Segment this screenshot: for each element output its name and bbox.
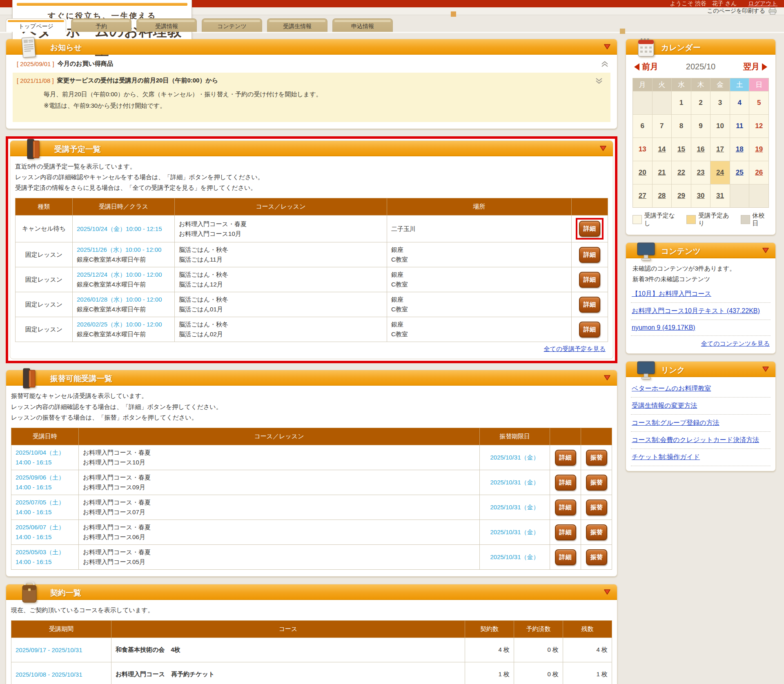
- calendar-day-cell[interactable]: 22: [672, 161, 691, 184]
- detail-button[interactable]: 詳細: [579, 221, 600, 237]
- transfer-button[interactable]: 振替: [586, 549, 607, 565]
- lesson-date-link[interactable]: 2025/10/24（金）10:00 - 12:15: [77, 225, 162, 232]
- next-month-button[interactable]: 翌月: [743, 61, 767, 72]
- calendar-day-cell[interactable]: 28: [653, 184, 672, 207]
- calendar-day-cell[interactable]: 19: [749, 138, 768, 161]
- calendar-day-cell[interactable]: 30: [691, 184, 710, 207]
- calendar-day-cell[interactable]: 27: [633, 184, 652, 207]
- prev-month-button[interactable]: 前月: [634, 61, 658, 72]
- news-item-expanded[interactable]: [ 2021/11/08 ] 変更サービスの受付は受講月の前月20日（午前0:0…: [13, 73, 610, 122]
- lesson-date-link[interactable]: 2025/10/04（土）14:00 - 16:15: [16, 448, 74, 467]
- detail-button[interactable]: 詳細: [579, 272, 600, 288]
- detail-button[interactable]: 詳細: [555, 524, 576, 540]
- transfer-button[interactable]: 振替: [586, 450, 607, 466]
- transfer-button[interactable]: 振替: [586, 475, 607, 491]
- collapse-toggle-icon[interactable]: [603, 589, 611, 595]
- transfer-button[interactable]: 振替: [586, 524, 607, 540]
- tab-contents[interactable]: コンテンツ: [202, 18, 262, 32]
- logout-link[interactable]: ログアウト: [748, 0, 777, 7]
- collapse-toggle-icon[interactable]: [603, 44, 611, 50]
- contract-period-link[interactable]: 2025/09/17 - 2025/10/31: [16, 646, 82, 653]
- lesson-date-link[interactable]: 2025/06/07（土）14:00 - 16:15: [16, 522, 74, 542]
- external-link[interactable]: チケット制:操作ガイド: [632, 453, 700, 460]
- calendar-day-cell[interactable]: 18: [730, 138, 749, 161]
- external-link[interactable]: コース制:グループ登録の方法: [632, 419, 719, 426]
- bag-icon: [18, 581, 40, 604]
- collapse-toggle-icon[interactable]: [762, 366, 770, 373]
- transfer-panel: 振替可能受講一覧 振替可能なキャンセル済受講を表示しています。 レッスン内容の詳…: [6, 370, 617, 577]
- calendar-day-cell[interactable]: 21: [653, 161, 672, 184]
- collapse-toggle-icon[interactable]: [599, 145, 607, 152]
- detail-button[interactable]: 詳細: [579, 322, 600, 338]
- calendar-day-cell[interactable]: 31: [710, 184, 730, 207]
- lesson-date-link[interactable]: 2025/09/06（土）14:00 - 16:15: [16, 473, 74, 492]
- news-panel: お知らせ [ 2025/09/01 ] 今月のお買い得商品 [ 2021/1: [6, 39, 617, 129]
- tab-reservation[interactable]: 予約: [71, 18, 131, 32]
- contracts-panel: 契約一覧 現在、ご契約頂いているコースを表示しています。 受講期間 コース 契約…: [6, 584, 617, 684]
- tab-application-info[interactable]: 申込情報: [332, 18, 393, 32]
- calendar-day-cell: 9: [691, 115, 710, 138]
- see-all-schedule-link[interactable]: 全ての受講予定を見る: [544, 345, 606, 352]
- lesson-date-link[interactable]: 2026/02/25（水）10:00 - 12:00: [77, 321, 162, 328]
- calendar-day-cell[interactable]: 20: [633, 161, 652, 184]
- col-header-reserved: 予約済数: [514, 621, 563, 638]
- news-item-date: [ 2021/11/08 ]: [17, 77, 54, 84]
- tab-course-info[interactable]: 受講情報: [136, 18, 197, 32]
- contract-row: 2025/09/17 - 2025/10/31 和食基本技術の会 4枚 4 枚 …: [11, 638, 612, 662]
- detail-button[interactable]: 詳細: [555, 450, 576, 466]
- see-all-contents-link[interactable]: 全てのコンテンツを見る: [701, 340, 770, 347]
- calendar-day-cell[interactable]: 16: [691, 138, 710, 161]
- schedule-row: キャンセル待ち 2025/10/24（金）10:00 - 12:15 お料理入門…: [16, 215, 608, 242]
- schedule-panel: 受講予定一覧 直近5件の受講予定一覧を表示しています。 レッスン内容の詳細確認や…: [10, 140, 613, 360]
- calendar-day-cell[interactable]: 26: [749, 161, 768, 184]
- detail-button[interactable]: 詳細: [579, 297, 600, 313]
- print-page-link[interactable]: このページを印刷する: [707, 7, 765, 15]
- content-link[interactable]: お料理入門コース10月テキスト (437.22KB): [632, 307, 760, 314]
- calendar-day-cell: 3: [710, 91, 730, 114]
- calendar-day-cell: 5: [749, 91, 768, 114]
- chevron-down-icon[interactable]: [594, 78, 604, 84]
- calendar-day-cell[interactable]: 23: [691, 161, 710, 184]
- detail-button[interactable]: 詳細: [579, 247, 600, 263]
- lesson-course: 脳活ごはん・秋冬脳活ごはん02月: [175, 317, 387, 342]
- tab-top-page[interactable]: トップページ: [6, 18, 66, 32]
- detail-button[interactable]: 詳細: [555, 500, 576, 515]
- lesson-place: 銀座C教室: [387, 317, 572, 342]
- calendar-day-cell[interactable]: 17: [710, 138, 730, 161]
- printer-icon[interactable]: [768, 7, 777, 15]
- external-link-list: ベターホームのお料理教室 受講生情報の変更方法 コース制:グループ登録の方法 コ…: [631, 380, 771, 466]
- transfer-panel-header: 振替可能受講一覧: [6, 370, 617, 386]
- collapse-toggle-icon[interactable]: [603, 375, 611, 381]
- col-header-actions: [572, 198, 608, 215]
- detail-button[interactable]: 詳細: [555, 475, 576, 491]
- schedule-row: 固定レッスン 2026/01/28（水）10:00 - 12:00銀座C教室第4…: [16, 292, 608, 317]
- col-header-course: コース: [111, 621, 465, 638]
- content-link[interactable]: 【10月】お料理入門コース: [632, 290, 711, 297]
- calendar-day-cell[interactable]: 15: [672, 138, 691, 161]
- lesson-date-link[interactable]: 2025/12/24（水）10:00 - 12:00: [77, 271, 162, 278]
- lesson-type: キャンセル待ち: [16, 215, 73, 242]
- links-panel-title: リンク: [661, 365, 685, 375]
- calendar-day-cell[interactable]: 24: [710, 161, 730, 184]
- external-link[interactable]: ベターホームのお料理教室: [632, 385, 711, 392]
- annotation-red-frame: 受講予定一覧 直近5件の受講予定一覧を表示しています。 レッスン内容の詳細確認や…: [6, 136, 617, 364]
- external-link[interactable]: 受講生情報の変更方法: [632, 402, 697, 409]
- collapse-toggle-icon[interactable]: [762, 247, 770, 254]
- lesson-date-link[interactable]: 2025/11/26（水）10:00 - 12:00: [77, 246, 161, 253]
- content-link[interactable]: nyumon 9 (419.17KB): [632, 324, 695, 331]
- calendar-day-cell[interactable]: 29: [672, 184, 691, 207]
- col-header-place: 場所: [387, 198, 572, 215]
- detail-button[interactable]: 詳細: [555, 549, 576, 565]
- lesson-place: 二子玉川: [387, 215, 572, 242]
- transfer-row: 2025/05/03（土）14:00 - 16:15 お料理入門コース・春夏お料…: [11, 545, 612, 570]
- contract-period-link[interactable]: 2025/10/08 - 2025/10/31: [16, 671, 82, 678]
- calendar-day-cell[interactable]: 25: [730, 161, 749, 184]
- transfer-button[interactable]: 振替: [586, 500, 607, 515]
- external-link[interactable]: コース制:会費のクレジットカード決済方法: [632, 436, 759, 443]
- lesson-date-link[interactable]: 2025/05/03（土）14:00 - 16:15: [16, 547, 74, 567]
- lesson-date-link[interactable]: 2025/07/05（土）14:00 - 16:15: [16, 497, 74, 517]
- tab-student-info[interactable]: 受講生情報: [267, 18, 327, 32]
- chevron-up-icon[interactable]: [600, 61, 610, 67]
- lesson-date-link[interactable]: 2026/01/28（水）10:00 - 12:00: [77, 296, 162, 303]
- calendar-day-cell[interactable]: 14: [653, 138, 672, 161]
